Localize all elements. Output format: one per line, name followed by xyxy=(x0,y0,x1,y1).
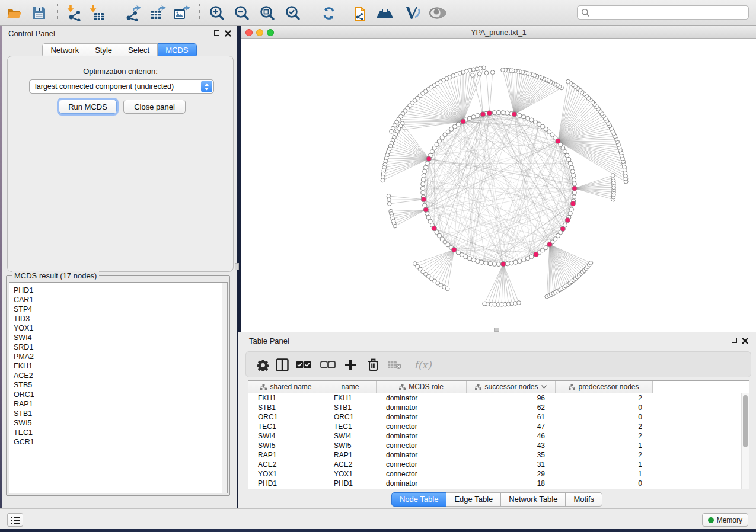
graph-node[interactable] xyxy=(387,202,391,206)
mcds-result-item[interactable]: SWI4 xyxy=(14,333,227,342)
graph-node[interactable] xyxy=(476,259,480,263)
graph-node[interactable] xyxy=(471,258,476,262)
float-panel-icon[interactable] xyxy=(732,338,737,343)
graph-hub-node[interactable] xyxy=(480,112,485,117)
table-row[interactable]: STB1STB1dominator620 xyxy=(248,403,742,412)
graph-hub-node[interactable] xyxy=(501,262,506,267)
mcds-result-item[interactable]: STB5 xyxy=(14,380,227,390)
cell-name[interactable]: RAP1 xyxy=(324,450,377,460)
graph-hub-node[interactable] xyxy=(461,119,465,124)
cell-shared-name[interactable]: SWI4 xyxy=(248,431,324,441)
graph-node[interactable] xyxy=(518,113,522,117)
horizontal-splitter-handle[interactable] xyxy=(494,328,499,332)
search-input[interactable] xyxy=(590,8,748,17)
tab-node-table[interactable]: Node Table xyxy=(391,492,447,507)
cell-MCDS-role[interactable]: dominator xyxy=(377,412,467,422)
mcds-result-item[interactable]: YOX1 xyxy=(14,323,227,333)
cell-name[interactable]: PHD1 xyxy=(324,479,377,488)
mcds-list-scrollbar[interactable] xyxy=(222,283,227,493)
graph-node[interactable] xyxy=(387,194,391,198)
column-panel-button[interactable] xyxy=(274,357,291,373)
close-panel-icon[interactable] xyxy=(742,338,748,344)
scrollbar-thumb[interactable] xyxy=(743,395,748,447)
graph-node[interactable] xyxy=(423,165,428,169)
graph-hub-node[interactable] xyxy=(452,248,457,252)
graph-node[interactable] xyxy=(423,169,427,174)
trash-button[interactable] xyxy=(365,357,381,373)
graph-hub-node[interactable] xyxy=(565,218,570,223)
graph-node[interactable] xyxy=(471,115,476,119)
vertical-splitter-handle[interactable] xyxy=(235,263,239,270)
close-panel-button[interactable]: Close panel xyxy=(123,100,186,114)
graph-node[interactable] xyxy=(570,169,575,174)
export-network-button[interactable] xyxy=(123,4,142,22)
graph-node[interactable] xyxy=(569,207,573,211)
graph-node[interactable] xyxy=(505,111,509,115)
graph-node[interactable] xyxy=(517,301,521,305)
cell-shared-name[interactable]: TEC1 xyxy=(248,422,324,431)
mcds-result-item[interactable]: ACE2 xyxy=(14,371,227,380)
export-image-button[interactable] xyxy=(172,4,191,22)
graph-node[interactable] xyxy=(522,115,526,119)
table-row[interactable]: ACE2ACE2connector311 xyxy=(248,460,742,469)
graph-hub-node[interactable] xyxy=(432,226,436,231)
cell-name[interactable]: FKH1 xyxy=(324,393,377,403)
table-row[interactable]: SWI4SWI4dominator462 xyxy=(248,431,742,441)
refresh-button[interactable] xyxy=(319,4,338,22)
cell-successor-nodes[interactable]: 43 xyxy=(467,441,556,450)
graph-node[interactable] xyxy=(484,261,488,265)
task-history-button[interactable] xyxy=(7,513,23,527)
graph-node[interactable] xyxy=(513,260,518,264)
export-table-button[interactable] xyxy=(148,4,167,22)
cell-name[interactable]: SWI4 xyxy=(324,431,377,441)
cell-shared-name[interactable]: RAP1 xyxy=(248,450,324,460)
cell-name[interactable]: STB1 xyxy=(324,403,377,412)
table-row[interactable]: SWI5SWI5connector431 xyxy=(248,441,742,450)
mcds-result-item[interactable]: FKH1 xyxy=(14,361,227,371)
graph-node[interactable] xyxy=(572,191,576,195)
graph-node[interactable] xyxy=(529,255,534,259)
zoom-out-button[interactable] xyxy=(232,4,251,22)
cell-successor-nodes[interactable]: 61 xyxy=(467,412,556,422)
cell-MCDS-role[interactable]: dominator xyxy=(377,431,467,441)
mcds-result-item[interactable]: PMA2 xyxy=(14,352,227,361)
zoom-fit-button[interactable] xyxy=(257,4,276,22)
column-header-successor-nodes[interactable]: successor nodes xyxy=(467,381,556,393)
graph-node[interactable] xyxy=(568,211,572,216)
cell-name[interactable]: TEC1 xyxy=(324,422,377,431)
cell-shared-name[interactable]: YOX1 xyxy=(248,469,324,479)
graph-node[interactable] xyxy=(492,111,496,115)
graph-node[interactable] xyxy=(423,203,427,207)
zoom-selected-button[interactable] xyxy=(283,4,302,22)
graph-node[interactable] xyxy=(518,259,522,263)
cell-MCDS-role[interactable]: connector xyxy=(377,460,467,469)
column-header-shared-name[interactable]: shared name xyxy=(248,381,324,393)
cell-name[interactable]: SWI5 xyxy=(324,441,377,450)
table-row[interactable]: FKH1FKH1dominator962 xyxy=(248,393,742,403)
table-scrollbar[interactable] xyxy=(741,393,749,489)
cell-predecessor-nodes[interactable]: 1 xyxy=(556,460,653,469)
cell-predecessor-nodes[interactable]: 0 xyxy=(556,412,653,422)
show-graphics-button[interactable] xyxy=(428,4,446,22)
table-row[interactable]: ORC1ORC1dominator610 xyxy=(248,412,742,422)
graph-hub-node[interactable] xyxy=(572,186,577,191)
network-window-titlebar[interactable]: YPA_prune.txt_1 xyxy=(241,26,756,39)
column-header-name[interactable]: name xyxy=(324,381,377,393)
graph-node[interactable] xyxy=(445,287,449,291)
cell-shared-name[interactable]: SWI5 xyxy=(248,441,324,450)
network-graph[interactable] xyxy=(241,39,756,332)
tab-motifs[interactable]: Motifs xyxy=(566,492,602,507)
graph-node[interactable] xyxy=(467,257,471,261)
graph-hub-node[interactable] xyxy=(534,252,538,257)
column-header-predecessor-nodes[interactable]: predecessor nodes xyxy=(556,381,653,393)
cell-successor-nodes[interactable]: 31 xyxy=(467,460,556,469)
cell-predecessor-nodes[interactable]: 1 xyxy=(556,469,653,479)
cell-MCDS-role[interactable]: connector xyxy=(377,441,467,450)
cell-successor-nodes[interactable]: 62 xyxy=(467,403,556,412)
import-table-button[interactable] xyxy=(88,4,107,22)
cell-shared-name[interactable]: ACE2 xyxy=(248,460,324,469)
graph-node[interactable] xyxy=(572,195,576,199)
graph-node[interactable] xyxy=(544,246,548,250)
graph-node[interactable] xyxy=(501,68,505,72)
cell-name[interactable]: ACE2 xyxy=(324,460,377,469)
